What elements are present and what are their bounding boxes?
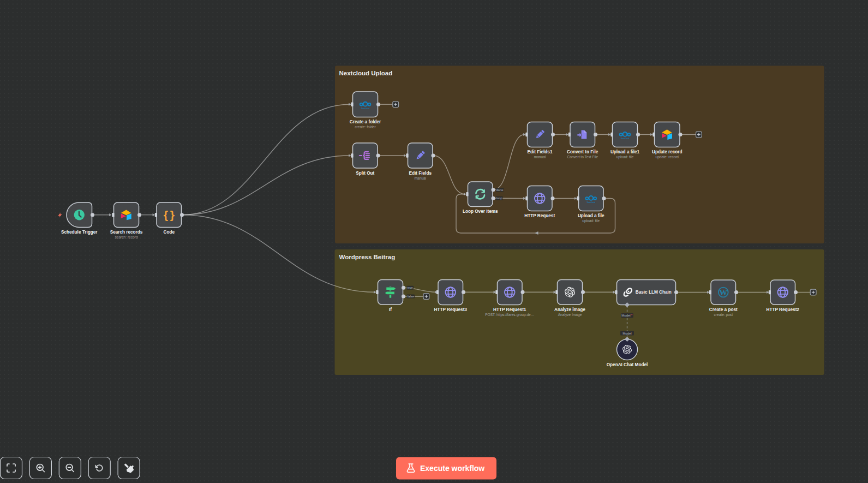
svg-text:OpenAI Chat Model: OpenAI Chat Model — [607, 362, 648, 367]
svg-text:Edit Fields1: Edit Fields1 — [528, 150, 553, 154]
svg-text:Nextcloud: Nextcloud — [621, 138, 629, 140]
svg-text:Create a post: Create a post — [709, 307, 738, 312]
svg-text:Code: Code — [164, 230, 175, 235]
svg-text:Model: Model — [621, 314, 630, 317]
svg-text:create: folder: create: folder — [355, 125, 376, 129]
svg-text:false: false — [408, 295, 414, 298]
svg-text:Nextcloud Upload: Nextcloud Upload — [339, 70, 393, 76]
svg-text:search: record: search: record — [115, 235, 137, 239]
svg-text:If: If — [389, 307, 392, 312]
svg-text:manual: manual — [414, 176, 426, 180]
svg-text:Convert to File: Convert to File — [567, 150, 598, 154]
svg-text:Basic LLM Chain: Basic LLM Chain — [636, 290, 672, 295]
svg-text:HTTP Request2: HTTP Request2 — [767, 307, 800, 312]
svg-text:loop: loop — [496, 196, 502, 200]
svg-text:POST: https://fares-group.de…: POST: https://fares-group.de… — [485, 313, 534, 317]
svg-text:{: { — [164, 208, 168, 221]
svg-text:Analyze Image: Analyze Image — [558, 313, 582, 317]
svg-text:manual: manual — [534, 155, 546, 159]
svg-text:HTTP Request3: HTTP Request3 — [434, 307, 468, 312]
svg-text:Convert to Text File: Convert to Text File — [567, 155, 598, 159]
svg-text:upload: file: upload: file — [616, 155, 634, 159]
svg-text:W: W — [719, 288, 727, 297]
svg-text:Loop Over Items: Loop Over Items — [463, 209, 498, 214]
svg-text:Create a folder: Create a folder — [350, 120, 381, 124]
svg-text:Upload a file1: Upload a file1 — [610, 150, 640, 154]
svg-text:Execute workflow: Execute workflow — [420, 464, 484, 473]
svg-text:HTTP Request1: HTTP Request1 — [493, 307, 526, 312]
svg-text:}: } — [170, 208, 175, 221]
svg-text:Model: Model — [622, 332, 631, 335]
svg-text:upload: file: upload: file — [582, 219, 600, 223]
svg-text:done: done — [496, 188, 504, 192]
svg-text:Schedule Trigger: Schedule Trigger — [61, 230, 98, 235]
svg-text:Update record: Update record — [652, 150, 683, 154]
svg-text:Edit Fields: Edit Fields — [409, 171, 432, 176]
svg-text:create: post: create: post — [714, 313, 733, 317]
svg-text:Nextcloud: Nextcloud — [587, 201, 595, 204]
svg-text:Wordpress Beitrag: Wordpress Beitrag — [339, 254, 396, 260]
svg-text:Analyze image: Analyze image — [554, 307, 585, 312]
svg-text:Search records: Search records — [110, 230, 143, 235]
svg-text:true: true — [408, 286, 413, 289]
svg-text:Upload a file: Upload a file — [578, 213, 604, 218]
svg-text:update: record: update: record — [655, 155, 679, 159]
svg-text:Split Out: Split Out — [356, 171, 374, 176]
svg-text:HTTP Request: HTTP Request — [524, 213, 555, 218]
svg-text:Nextcloud: Nextcloud — [361, 108, 369, 110]
